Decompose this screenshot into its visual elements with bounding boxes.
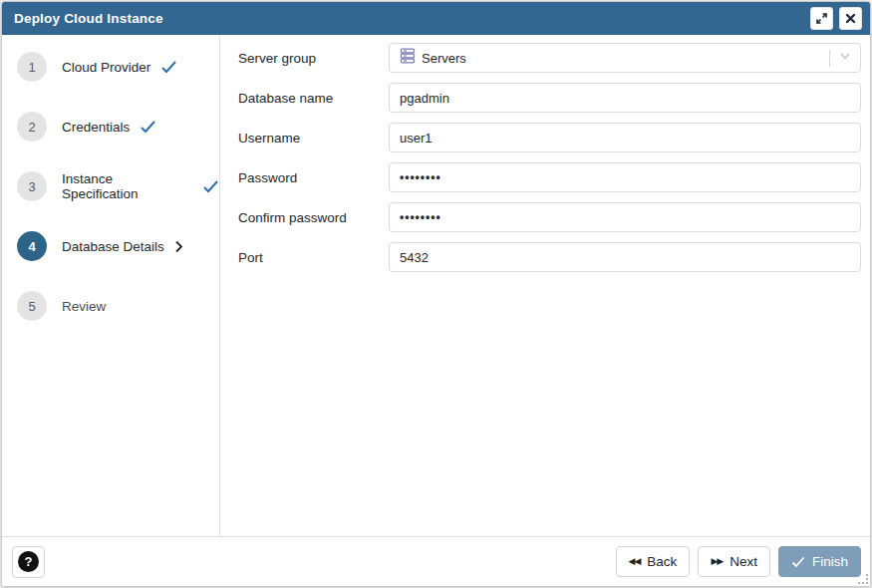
help-button[interactable]: ? [12, 546, 45, 578]
database-details-form: Server group [220, 35, 870, 540]
check-icon [791, 556, 805, 568]
help-icon: ? [18, 551, 39, 572]
close-icon [845, 13, 856, 24]
step-review[interactable]: 5 Review [2, 276, 219, 336]
server-group-value: Servers [422, 51, 829, 66]
step-label: Review [62, 299, 106, 314]
close-button[interactable] [839, 7, 862, 30]
dialog-title: Deploy Cloud Instance [14, 11, 804, 26]
database-name-label: Database name [238, 91, 389, 106]
finish-button[interactable]: Finish [778, 546, 861, 577]
step-instance-specification[interactable]: 3 Instance Specification [2, 156, 219, 216]
chevron-right-icon [174, 240, 183, 253]
step-label: Cloud Provider [62, 60, 150, 75]
server-group-select[interactable]: Servers [389, 43, 861, 73]
next-button[interactable]: ▶▶ Next [698, 546, 770, 577]
step-number: 3 [17, 171, 47, 201]
password-label: Password [238, 170, 389, 185]
next-icon: ▶▶ [711, 557, 723, 566]
back-icon: ◀◀ [629, 557, 641, 566]
server-group-row: Server group [238, 43, 861, 73]
dialog-titlebar: Deploy Cloud Instance [2, 2, 870, 35]
database-name-row: Database name [238, 83, 861, 113]
step-label: Database Details [62, 239, 164, 254]
step-number: 1 [17, 52, 47, 82]
dialog-body: 1 Cloud Provider 2 Credentials 3 Instanc… [2, 35, 870, 540]
chevron-down-icon[interactable] [837, 48, 853, 68]
dialog-footer: ? ◀◀ Back ▶▶ Next Finish [2, 536, 870, 586]
check-icon [202, 179, 219, 193]
step-number: 5 [17, 291, 47, 321]
deploy-cloud-instance-dialog: Deploy Cloud Instance 1 [1, 1, 871, 587]
port-row: Port [238, 242, 861, 272]
port-input[interactable] [389, 242, 861, 272]
wizard-stepper: 1 Cloud Provider 2 Credentials 3 Instanc… [2, 35, 220, 540]
username-label: Username [238, 131, 389, 146]
port-label: Port [238, 250, 389, 265]
confirm-password-label: Confirm password [238, 210, 389, 225]
password-input[interactable] [389, 162, 861, 192]
password-row: Password [238, 162, 861, 192]
confirm-password-input[interactable] [389, 202, 861, 232]
maximize-button[interactable] [810, 7, 833, 30]
step-number: 4 [17, 231, 47, 261]
confirm-password-row: Confirm password [238, 202, 861, 232]
step-label: Credentials [62, 120, 130, 135]
step-credentials[interactable]: 2 Credentials [2, 97, 219, 156]
check-icon [140, 120, 156, 134]
step-cloud-provider[interactable]: 1 Cloud Provider [2, 37, 219, 97]
database-name-input[interactable] [389, 83, 861, 113]
step-label: Instance Specification [62, 171, 192, 201]
select-divider [829, 50, 830, 67]
username-row: Username [238, 123, 861, 152]
server-group-label: Server group [238, 51, 389, 66]
check-icon [160, 60, 177, 74]
step-database-details[interactable]: 4 Database Details [2, 216, 219, 276]
maximize-icon [815, 12, 828, 25]
server-group-icon [400, 48, 416, 68]
username-input[interactable] [389, 123, 861, 152]
step-number: 2 [17, 112, 47, 142]
back-button[interactable]: ◀◀ Back [616, 546, 691, 577]
